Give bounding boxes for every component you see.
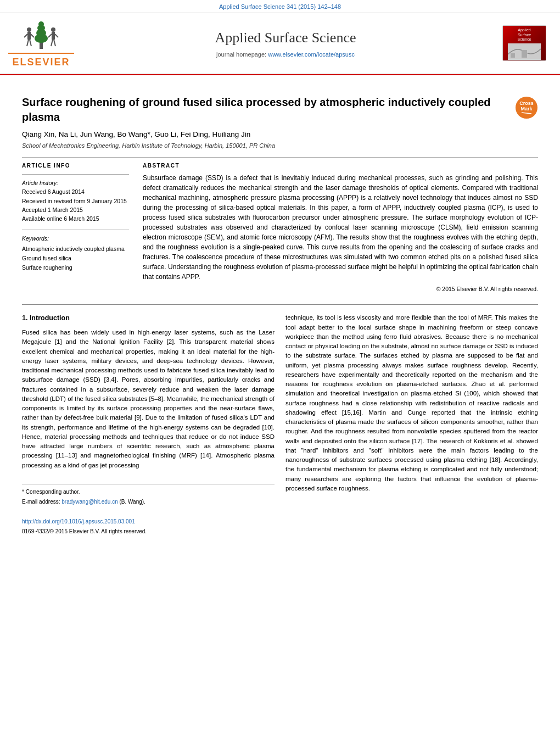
journal-name: Applied Surface Science xyxy=(74,27,497,48)
journal-homepage-line: journal homepage: www.elsevier.com/locat… xyxy=(74,51,497,59)
keyword-3: Surface roughening xyxy=(22,264,129,272)
keyword-2: Ground fused silica xyxy=(22,254,129,263)
email-label: E-mail address: xyxy=(22,499,60,505)
elsevier-wordmark: ELSEVIER xyxy=(8,53,74,69)
svg-rect-19 xyxy=(522,50,527,58)
abstract-text: Subsurface damage (SSD) is a defect that… xyxy=(143,173,538,282)
svg-rect-12 xyxy=(52,32,55,40)
history-online: Available online 6 March 2015 xyxy=(22,215,129,223)
history-heading: Article history: xyxy=(22,179,129,187)
svg-line-10 xyxy=(30,40,31,46)
doi-line: http://dx.doi.org/10.1016/j.apsusc.2015.… xyxy=(22,517,275,526)
abstract-section: ABSTRACT Subsurface damage (SSD) is a de… xyxy=(143,162,538,294)
journal-citation-bar: Applied Surface Science 341 (2015) 142–1… xyxy=(0,0,560,13)
svg-rect-0 xyxy=(40,42,43,49)
svg-line-7 xyxy=(24,34,27,37)
svg-point-5 xyxy=(27,27,31,32)
svg-line-16 xyxy=(54,40,55,46)
body-col-right: technique, its tool is less viscosity an… xyxy=(285,313,538,537)
logo-text: AppliedSurfaceScience xyxy=(516,27,533,43)
doi-link[interactable]: http://dx.doi.org/10.1016/j.apsusc.2015.… xyxy=(22,518,135,525)
article-info-heading: ARTICLE INFO xyxy=(22,162,129,170)
email-link[interactable]: bradywang@hit.edu.cn xyxy=(61,499,117,505)
article-info-column: ARTICLE INFO Article history: Received 6… xyxy=(22,162,129,294)
journal-banner: ELSEVIER Applied Surface Science journal… xyxy=(0,13,560,74)
authors-line: Qiang Xin, Na Li, Jun Wang, Bo Wang*, Gu… xyxy=(22,129,538,140)
copyright-line: © 2015 Elsevier B.V. All rights reserved… xyxy=(143,285,538,293)
keywords-heading: Keywords: xyxy=(22,235,129,243)
article-title-section: Surface roughening of ground fused silic… xyxy=(22,95,538,125)
crossmark-badge-icon: Cross Mark xyxy=(515,96,538,119)
svg-line-14 xyxy=(55,34,58,37)
svg-text:Cross: Cross xyxy=(519,101,534,106)
history-revised: Received in revised form 9 January 2015 xyxy=(22,197,129,205)
journal-header: Applied Surface Science 341 (2015) 142–1… xyxy=(0,0,560,75)
email-line: E-mail address: bradywang@hit.edu.cn (B.… xyxy=(22,498,275,506)
divider-keywords xyxy=(22,230,129,230)
journal-title-area: Applied Surface Science journal homepage… xyxy=(74,27,497,59)
divider-1 xyxy=(22,157,538,158)
article-meta-line xyxy=(22,83,538,92)
article-container: Surface roughening of ground fused silic… xyxy=(0,75,560,548)
article-history-block: Article history: Received 6 August 2014 … xyxy=(22,179,129,223)
svg-line-8 xyxy=(31,34,34,37)
journal-cover-logo: AppliedSurfaceScience xyxy=(502,25,546,61)
svg-line-15 xyxy=(51,40,53,46)
issn-line: 0169-4332/© 2015 Elsevier B.V. All right… xyxy=(22,527,275,535)
svg-rect-18 xyxy=(511,53,515,58)
intro-para-2: technique, its tool is less viscosity an… xyxy=(285,313,538,493)
footnote-section: * Corresponding author. E-mail address: … xyxy=(22,484,275,535)
elsevier-tree-icon xyxy=(19,18,63,51)
affiliation-line: School of Mechatronics Engineering, Harb… xyxy=(22,142,538,150)
svg-line-9 xyxy=(27,40,29,46)
abstract-heading: ABSTRACT xyxy=(143,162,538,170)
keywords-block: Keywords: Atmospheric inductively couple… xyxy=(22,235,129,272)
body-col-left: 1. Introduction Fused silica has been wi… xyxy=(22,313,275,537)
keyword-1: Atmospheric inductively coupled plasma xyxy=(22,245,129,253)
journal-logo-right: AppliedSurfaceScience xyxy=(497,25,552,61)
intro-para-1: Fused silica has been widely used in hig… xyxy=(22,328,275,470)
email-note: (B. Wang). xyxy=(119,499,145,505)
intro-heading: 1. Introduction xyxy=(22,313,275,323)
logo-image-icon xyxy=(508,43,541,60)
svg-point-11 xyxy=(51,27,55,32)
journal-citation: Applied Surface Science 341 (2015) 142–1… xyxy=(219,3,341,10)
history-received: Received 6 August 2014 xyxy=(22,188,129,196)
history-accepted: Accepted 1 March 2015 xyxy=(22,206,129,214)
divider-info xyxy=(22,174,129,175)
article-body: ARTICLE INFO Article history: Received 6… xyxy=(22,162,538,294)
elsevier-logo: ELSEVIER xyxy=(8,18,74,69)
homepage-link[interactable]: www.elsevier.com/locate/apsusc xyxy=(268,51,355,58)
svg-line-13 xyxy=(48,34,52,37)
corresponding-note: * Corresponding author. xyxy=(22,488,275,496)
homepage-prefix: journal homepage: xyxy=(216,51,266,58)
svg-point-4 xyxy=(38,21,44,27)
article-title: Surface roughening of ground fused silic… xyxy=(22,95,507,125)
svg-rect-6 xyxy=(27,32,31,40)
authors-text: Qiang Xin, Na Li, Jun Wang, Bo Wang*, Gu… xyxy=(22,130,250,138)
svg-text:Mark: Mark xyxy=(520,106,533,111)
two-col-body: 1. Introduction Fused silica has been wi… xyxy=(22,313,538,537)
full-divider xyxy=(22,304,538,305)
